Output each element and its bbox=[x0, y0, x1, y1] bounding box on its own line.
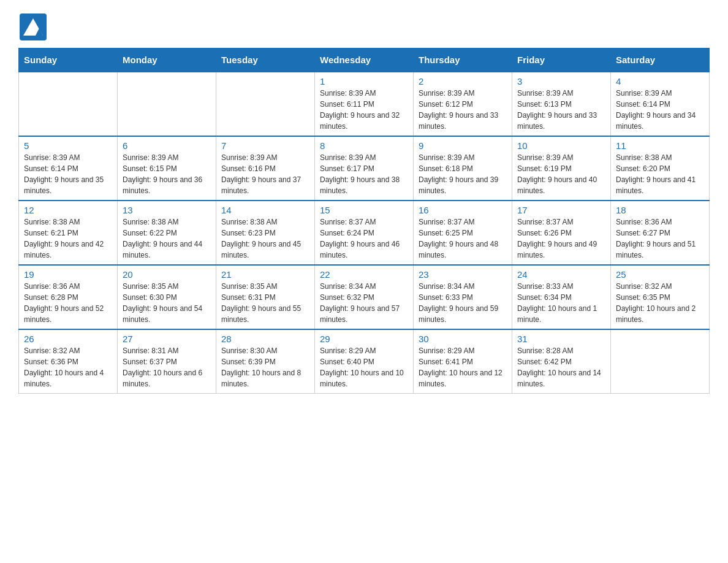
calendar-week-2: 5Sunrise: 8:39 AM Sunset: 6:14 PM Daylig… bbox=[19, 136, 710, 201]
calendar-cell: 13Sunrise: 8:38 AM Sunset: 6:22 PM Dayli… bbox=[118, 201, 216, 265]
calendar-cell: 19Sunrise: 8:36 AM Sunset: 6:28 PM Dayli… bbox=[19, 265, 118, 329]
day-info: Sunrise: 8:39 AM Sunset: 6:16 PM Dayligh… bbox=[221, 152, 309, 196]
day-number: 28 bbox=[221, 334, 309, 344]
day-number: 16 bbox=[419, 205, 507, 215]
day-number: 26 bbox=[24, 334, 112, 344]
day-info: Sunrise: 8:39 AM Sunset: 6:18 PM Dayligh… bbox=[419, 152, 507, 196]
day-number: 21 bbox=[221, 269, 309, 280]
day-number: 22 bbox=[320, 269, 408, 280]
day-number: 30 bbox=[419, 334, 507, 344]
day-info: Sunrise: 8:36 AM Sunset: 6:28 PM Dayligh… bbox=[24, 281, 112, 325]
calendar-cell: 11Sunrise: 8:38 AM Sunset: 6:20 PM Dayli… bbox=[611, 136, 710, 201]
day-info: Sunrise: 8:32 AM Sunset: 6:35 PM Dayligh… bbox=[616, 281, 704, 325]
day-number: 24 bbox=[517, 269, 605, 280]
day-number: 23 bbox=[419, 269, 507, 280]
calendar-cell: 4Sunrise: 8:39 AM Sunset: 6:14 PM Daylig… bbox=[611, 72, 710, 136]
day-number: 3 bbox=[517, 76, 605, 86]
calendar-week-4: 19Sunrise: 8:36 AM Sunset: 6:28 PM Dayli… bbox=[19, 265, 710, 329]
day-number: 5 bbox=[24, 140, 112, 151]
calendar-cell: 27Sunrise: 8:31 AM Sunset: 6:37 PM Dayli… bbox=[118, 329, 216, 394]
day-info: Sunrise: 8:38 AM Sunset: 6:22 PM Dayligh… bbox=[123, 216, 211, 261]
day-info: Sunrise: 8:37 AM Sunset: 6:26 PM Dayligh… bbox=[517, 216, 605, 261]
column-header-sunday: Sunday bbox=[19, 48, 118, 72]
calendar-cell: 10Sunrise: 8:39 AM Sunset: 6:19 PM Dayli… bbox=[512, 136, 611, 201]
calendar-cell: 17Sunrise: 8:37 AM Sunset: 6:26 PM Dayli… bbox=[512, 201, 611, 265]
calendar-cell: 30Sunrise: 8:29 AM Sunset: 6:41 PM Dayli… bbox=[414, 329, 512, 394]
calendar-cell: 18Sunrise: 8:36 AM Sunset: 6:27 PM Dayli… bbox=[611, 201, 710, 265]
day-number: 4 bbox=[616, 76, 704, 86]
day-info: Sunrise: 8:39 AM Sunset: 6:14 PM Dayligh… bbox=[616, 88, 704, 132]
calendar-week-1: 1Sunrise: 8:39 AM Sunset: 6:11 PM Daylig… bbox=[19, 72, 710, 136]
day-number: 9 bbox=[419, 140, 507, 151]
calendar-cell: 1Sunrise: 8:39 AM Sunset: 6:11 PM Daylig… bbox=[315, 72, 414, 136]
day-info: Sunrise: 8:28 AM Sunset: 6:42 PM Dayligh… bbox=[517, 345, 605, 389]
day-number: 10 bbox=[517, 140, 605, 151]
day-info: Sunrise: 8:39 AM Sunset: 6:14 PM Dayligh… bbox=[24, 152, 112, 196]
day-info: Sunrise: 8:37 AM Sunset: 6:25 PM Dayligh… bbox=[419, 216, 507, 261]
calendar-cell: 7Sunrise: 8:39 AM Sunset: 6:16 PM Daylig… bbox=[216, 136, 315, 201]
day-number: 15 bbox=[320, 205, 408, 215]
day-info: Sunrise: 8:29 AM Sunset: 6:41 PM Dayligh… bbox=[419, 345, 507, 389]
day-number: 2 bbox=[419, 76, 507, 86]
day-info: Sunrise: 8:39 AM Sunset: 6:17 PM Dayligh… bbox=[320, 152, 408, 196]
day-info: Sunrise: 8:37 AM Sunset: 6:24 PM Dayligh… bbox=[320, 216, 408, 261]
calendar-cell: 16Sunrise: 8:37 AM Sunset: 6:25 PM Dayli… bbox=[414, 201, 512, 265]
calendar-cell: 25Sunrise: 8:32 AM Sunset: 6:35 PM Dayli… bbox=[611, 265, 710, 329]
calendar-cell: 22Sunrise: 8:34 AM Sunset: 6:32 PM Dayli… bbox=[315, 265, 414, 329]
calendar-cell: 3Sunrise: 8:39 AM Sunset: 6:13 PM Daylig… bbox=[512, 72, 611, 136]
day-info: Sunrise: 8:38 AM Sunset: 6:20 PM Dayligh… bbox=[616, 152, 704, 196]
column-header-tuesday: Tuesday bbox=[216, 48, 315, 72]
day-info: Sunrise: 8:32 AM Sunset: 6:36 PM Dayligh… bbox=[24, 345, 112, 389]
day-info: Sunrise: 8:38 AM Sunset: 6:21 PM Dayligh… bbox=[24, 216, 112, 261]
day-number: 13 bbox=[123, 205, 211, 215]
calendar-cell: 31Sunrise: 8:28 AM Sunset: 6:42 PM Dayli… bbox=[512, 329, 611, 394]
calendar-cell: 6Sunrise: 8:39 AM Sunset: 6:15 PM Daylig… bbox=[118, 136, 216, 201]
day-info: Sunrise: 8:39 AM Sunset: 6:11 PM Dayligh… bbox=[320, 88, 408, 132]
day-info: Sunrise: 8:29 AM Sunset: 6:40 PM Dayligh… bbox=[320, 345, 408, 389]
day-number: 11 bbox=[616, 140, 704, 151]
column-header-thursday: Thursday bbox=[414, 48, 512, 72]
day-number: 14 bbox=[221, 205, 309, 215]
calendar-cell: 12Sunrise: 8:38 AM Sunset: 6:21 PM Dayli… bbox=[19, 201, 118, 265]
day-number: 29 bbox=[320, 334, 408, 344]
calendar-week-5: 26Sunrise: 8:32 AM Sunset: 6:36 PM Dayli… bbox=[19, 329, 710, 394]
calendar-cell bbox=[216, 72, 315, 136]
day-info: Sunrise: 8:39 AM Sunset: 6:15 PM Dayligh… bbox=[123, 152, 211, 196]
calendar-cell bbox=[611, 329, 710, 394]
page-header bbox=[18, 12, 710, 42]
calendar-table: SundayMondayTuesdayWednesdayThursdayFrid… bbox=[18, 48, 710, 394]
day-info: Sunrise: 8:34 AM Sunset: 6:33 PM Dayligh… bbox=[419, 281, 507, 325]
day-info: Sunrise: 8:39 AM Sunset: 6:13 PM Dayligh… bbox=[517, 88, 605, 132]
day-number: 27 bbox=[123, 334, 211, 344]
day-info: Sunrise: 8:39 AM Sunset: 6:12 PM Dayligh… bbox=[419, 88, 507, 132]
calendar-cell: 26Sunrise: 8:32 AM Sunset: 6:36 PM Dayli… bbox=[19, 329, 118, 394]
column-header-wednesday: Wednesday bbox=[315, 48, 414, 72]
day-number: 7 bbox=[221, 140, 309, 151]
day-info: Sunrise: 8:39 AM Sunset: 6:19 PM Dayligh… bbox=[517, 152, 605, 196]
day-number: 12 bbox=[24, 205, 112, 215]
calendar-cell: 21Sunrise: 8:35 AM Sunset: 6:31 PM Dayli… bbox=[216, 265, 315, 329]
calendar-cell: 28Sunrise: 8:30 AM Sunset: 6:39 PM Dayli… bbox=[216, 329, 315, 394]
calendar-week-3: 12Sunrise: 8:38 AM Sunset: 6:21 PM Dayli… bbox=[19, 201, 710, 265]
day-info: Sunrise: 8:38 AM Sunset: 6:23 PM Dayligh… bbox=[221, 216, 309, 261]
day-number: 8 bbox=[320, 140, 408, 151]
logo-icon bbox=[18, 12, 48, 42]
calendar-cell bbox=[19, 72, 118, 136]
day-number: 20 bbox=[123, 269, 211, 280]
day-number: 18 bbox=[616, 205, 704, 215]
calendar-cell: 24Sunrise: 8:33 AM Sunset: 6:34 PM Dayli… bbox=[512, 265, 611, 329]
day-info: Sunrise: 8:35 AM Sunset: 6:31 PM Dayligh… bbox=[221, 281, 309, 325]
calendar-cell: 5Sunrise: 8:39 AM Sunset: 6:14 PM Daylig… bbox=[19, 136, 118, 201]
day-number: 31 bbox=[517, 334, 605, 344]
day-info: Sunrise: 8:30 AM Sunset: 6:39 PM Dayligh… bbox=[221, 345, 309, 389]
column-header-friday: Friday bbox=[512, 48, 611, 72]
calendar-cell: 8Sunrise: 8:39 AM Sunset: 6:17 PM Daylig… bbox=[315, 136, 414, 201]
calendar-cell: 14Sunrise: 8:38 AM Sunset: 6:23 PM Dayli… bbox=[216, 201, 315, 265]
calendar-cell: 2Sunrise: 8:39 AM Sunset: 6:12 PM Daylig… bbox=[414, 72, 512, 136]
day-info: Sunrise: 8:35 AM Sunset: 6:30 PM Dayligh… bbox=[123, 281, 211, 325]
column-header-monday: Monday bbox=[118, 48, 216, 72]
day-number: 19 bbox=[24, 269, 112, 280]
day-number: 17 bbox=[517, 205, 605, 215]
calendar-cell: 23Sunrise: 8:34 AM Sunset: 6:33 PM Dayli… bbox=[414, 265, 512, 329]
day-info: Sunrise: 8:33 AM Sunset: 6:34 PM Dayligh… bbox=[517, 281, 605, 325]
